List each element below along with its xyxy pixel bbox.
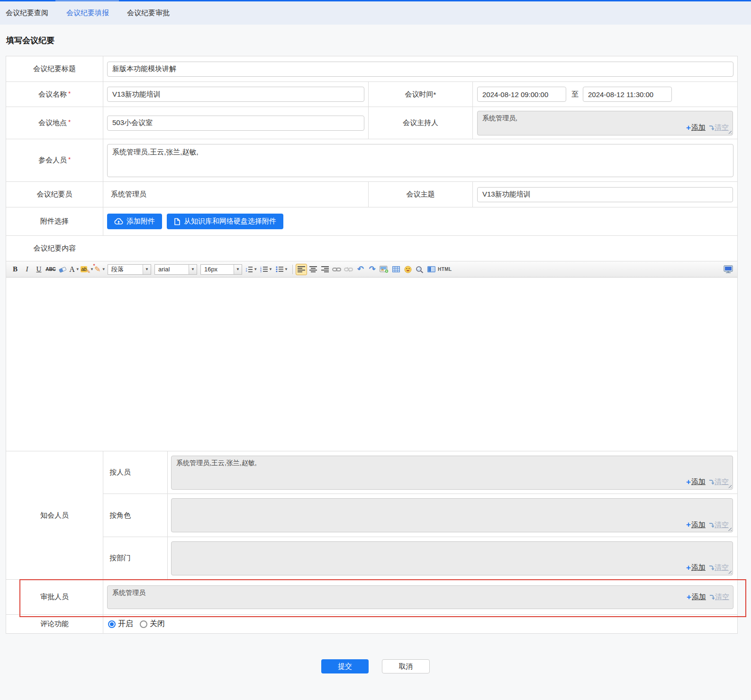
notify-person-value: 系统管理员,王云,张兰,赵敏, [176,459,257,467]
add-attachment-button[interactable]: 添加附件 [107,214,162,229]
notify-person-add-link[interactable]: +添加 [686,477,706,487]
notify-role-clear-link[interactable]: 清空 [708,521,729,529]
smiley-icon [404,266,412,273]
cancel-button[interactable]: 取消 [382,659,430,673]
paragraph-select[interactable]: 段落▼ [108,264,151,275]
approver-picker[interactable]: 系统管理员 +添加 清空 [107,585,733,609]
notify-group-label: 知会人员 [6,451,103,579]
subject-label: 会议主题 [369,182,473,207]
notify-department-picker[interactable]: +添加 清空 [171,541,733,575]
align-right-button[interactable] [319,264,331,275]
host-add-link[interactable]: +添加 [686,123,706,133]
highlight-icon: ab✎ [81,266,89,273]
file-icon [174,218,181,225]
undo-icon: ↶ [357,264,364,274]
row-content-label: 会议纪要内容 [6,236,737,261]
row-place-host: 会议地点* 会议主持人 系统管理员, +添加 清空 [6,107,737,139]
layout-button[interactable] [426,264,437,275]
eraser-button[interactable] [57,264,68,275]
subject-input[interactable] [477,187,733,202]
tab-minutes-view[interactable]: 会议纪要查阅 [6,9,48,18]
ordered-list-icon: 123 [260,266,268,272]
time-end-input[interactable] [583,87,672,102]
clear-arrow-icon [708,125,715,131]
active-tab-indicator [55,0,119,1]
emoticon-button[interactable] [402,264,414,275]
attachment-label: 附件选择 [6,207,103,235]
editor-content-area[interactable] [6,278,737,451]
submit-button[interactable]: 提交 [321,659,369,673]
insert-table-button[interactable] [390,264,402,275]
notify-department-label: 按部门 [103,537,168,579]
notify-person-label: 按人员 [103,451,168,494]
recorder-value: 系统管理员 [111,190,146,199]
library-attachment-button[interactable]: 从知识库和网络硬盘选择附件 [167,214,283,229]
underline-button[interactable]: U [33,264,45,275]
unlink-button[interactable] [343,264,354,275]
redo-icon: ↷ [369,264,376,274]
notify-department-add-link[interactable]: +添加 [686,563,706,573]
image-icon [380,266,389,273]
comment-off-radio[interactable] [140,620,147,628]
align-center-button[interactable] [308,264,319,275]
comment-on-radio[interactable] [108,620,116,628]
host-picker[interactable]: 系统管理员, +添加 清空 [477,111,733,135]
fullscreen-button[interactable] [723,264,734,275]
notify-role-label: 按角色 [103,494,168,537]
link-button[interactable] [331,264,343,275]
clear-arrow-icon [709,594,715,600]
strikethrough-button[interactable]: ABC [45,264,56,275]
ordered-list-button[interactable]: 123 ▼ [259,264,274,275]
host-clear-link[interactable]: 清空 [708,123,729,132]
line-height-button[interactable]: ↕ ▼ [244,264,258,275]
place-input[interactable] [107,116,364,131]
plus-icon: + [687,592,691,602]
clear-arrow-icon [708,479,715,485]
clear-arrow-icon [708,565,715,571]
comment-off-label[interactable]: 关闭 [150,619,165,629]
host-label: 会议主持人 [369,107,473,139]
comment-on-label[interactable]: 开启 [118,619,133,629]
notify-group: 知会人员 按人员 系统管理员,王云,张兰,赵敏, +添加 清空 [6,451,737,580]
preview-zoom-button[interactable] [414,264,425,275]
row-name-time: 会议名称* 会议时间* 至 [6,82,737,107]
meeting-minutes-page: 会议纪要查阅 会议纪要填报 会议纪要审批 填写会议纪要 会议纪要标题 会议名称*… [0,0,751,673]
undo-button[interactable]: ↶ [355,264,366,275]
meeting-name-input[interactable] [107,87,364,102]
approver-clear-link[interactable]: 清空 [709,592,729,601]
align-left-icon [298,266,305,272]
notify-role-add-link[interactable]: +添加 [686,520,706,529]
tab-minutes-approve[interactable]: 会议纪要审批 [127,9,170,18]
notify-department-clear-link[interactable]: 清空 [708,563,729,572]
place-label: 会议地点* [6,107,103,139]
attendees-textarea[interactable]: 系统管理员,王云,张兰,赵敏, [107,144,733,177]
page-title: 填写会议纪要 [6,35,54,46]
plus-icon: + [686,563,691,573]
title-label: 会议纪要标题 [6,56,103,81]
insert-image-button[interactable] [379,264,390,275]
bullet-list-button[interactable]: ▼ [274,264,290,275]
font-size-select[interactable]: 16px▼ [200,264,242,275]
notify-person-clear-link[interactable]: 清空 [708,477,729,486]
highlight-color-button[interactable]: ab✎ ▼ [81,264,94,275]
notify-role-picker[interactable]: +添加 清空 [171,498,733,532]
time-start-input[interactable] [477,87,566,102]
tab-minutes-fill[interactable]: 会议纪要填报 [66,9,109,18]
redo-button[interactable]: ↷ [367,264,378,275]
font-family-select[interactable]: arial▼ [154,264,197,275]
chevron-down-icon: ▼ [90,267,94,271]
align-left-button[interactable] [296,264,307,275]
bold-button[interactable]: B [9,264,21,275]
chevron-down-icon: ▼ [253,267,257,271]
lines-icon [248,267,253,272]
title-input[interactable] [107,62,733,77]
italic-button[interactable]: I [21,264,33,275]
html-source-button[interactable]: HTML [438,264,452,275]
font-color-button[interactable]: A▼ [69,264,80,275]
comment-label: 评论功能 [6,615,103,633]
approver-add-link[interactable]: +添加 [687,592,706,602]
approver-label: 审批人员 [6,580,103,614]
format-painter-button[interactable]: ✎✦ ▼ [94,264,106,275]
notify-person-picker[interactable]: 系统管理员,王云,张兰,赵敏, +添加 清空 [171,456,733,490]
minutes-form: 会议纪要标题 会议名称* 会议时间* 至 会议地点* 会议主持人 [6,56,738,634]
